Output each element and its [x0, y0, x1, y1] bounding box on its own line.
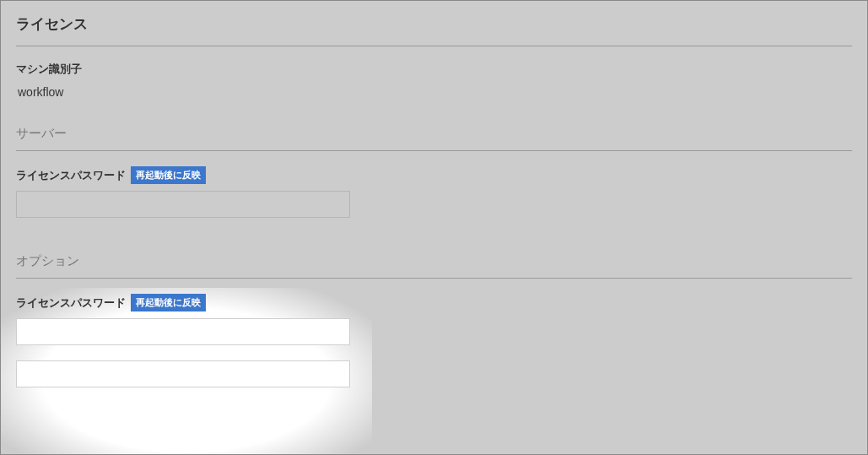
options-input-1[interactable] — [16, 318, 350, 345]
options-heading: オプション — [1, 228, 867, 278]
machine-id-group: マシン識別子 workflow — [1, 46, 867, 114]
server-password-label: ライセンスパスワード — [16, 168, 126, 183]
options-password-label-row: ライセンスパスワード 再起動後に反映 — [1, 279, 867, 318]
restart-badge: 再起動後に反映 — [131, 294, 206, 311]
options-input-2[interactable] — [16, 360, 350, 387]
server-password-label-row: ライセンスパスワード 再起動後に反映 — [1, 151, 867, 191]
machine-id-label: マシン識別子 — [16, 62, 852, 77]
page-title: ライセンス — [1, 1, 867, 46]
restart-badge: 再起動後に反映 — [131, 166, 206, 184]
server-password-input[interactable] — [16, 191, 350, 218]
server-heading: サーバー — [1, 114, 867, 150]
options-password-label: ライセンスパスワード — [16, 295, 126, 311]
machine-id-value: workflow — [16, 85, 852, 114]
